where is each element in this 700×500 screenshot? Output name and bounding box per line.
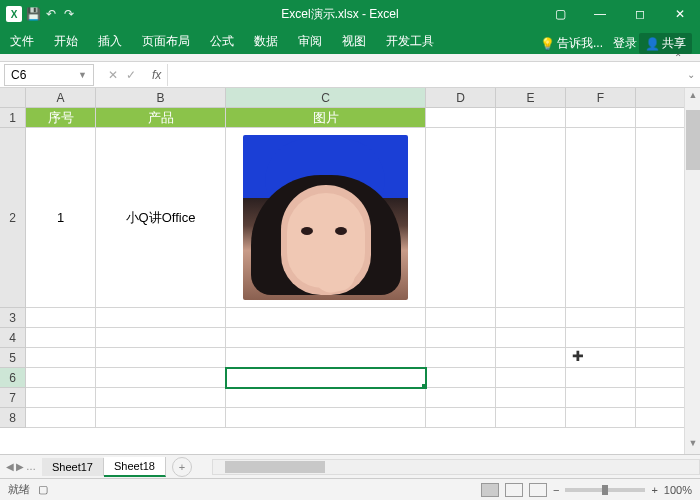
- scroll-down-icon[interactable]: ▼: [686, 438, 700, 452]
- zoom-level[interactable]: 100%: [664, 484, 692, 496]
- tab-review[interactable]: 审阅: [288, 29, 332, 54]
- cell-e1[interactable]: [496, 108, 566, 128]
- view-normal-icon[interactable]: [481, 483, 499, 497]
- ribbon-options-icon[interactable]: ▢: [540, 0, 580, 28]
- col-header-a[interactable]: A: [26, 88, 96, 108]
- sheet-tab-active[interactable]: Sheet18: [104, 457, 166, 477]
- formula-input[interactable]: [167, 64, 682, 86]
- row-header-6[interactable]: 6: [0, 368, 26, 388]
- scroll-up-icon[interactable]: ▲: [686, 90, 700, 104]
- undo-icon[interactable]: ↶: [44, 7, 58, 21]
- cell-b6[interactable]: [96, 368, 226, 388]
- cell-c6[interactable]: [226, 368, 426, 388]
- cell-g1[interactable]: [636, 108, 684, 128]
- macro-record-icon[interactable]: ▢: [38, 483, 48, 496]
- redo-icon[interactable]: ↷: [62, 7, 76, 21]
- cell-b1[interactable]: 产品: [96, 108, 226, 128]
- cell-f6[interactable]: [566, 368, 636, 388]
- vscroll-thumb[interactable]: [686, 110, 700, 170]
- cancel-formula-icon[interactable]: ✕: [108, 68, 118, 82]
- cell-d7[interactable]: [426, 388, 496, 408]
- cell-e4[interactable]: [496, 328, 566, 348]
- cell-d4[interactable]: [426, 328, 496, 348]
- tab-insert[interactable]: 插入: [88, 29, 132, 54]
- cell-c3[interactable]: [226, 308, 426, 328]
- cell-b2[interactable]: 小Q讲Office: [96, 128, 226, 308]
- row-header-8[interactable]: 8: [0, 408, 26, 428]
- col-header-b[interactable]: B: [96, 88, 226, 108]
- select-all-corner[interactable]: [0, 88, 26, 108]
- cell-a1[interactable]: 序号: [26, 108, 96, 128]
- cell-g2[interactable]: [636, 128, 684, 308]
- fx-icon[interactable]: fx: [146, 68, 167, 82]
- expand-formula-bar-icon[interactable]: ⌄: [682, 69, 700, 80]
- zoom-out-button[interactable]: −: [553, 484, 559, 496]
- cell-a2[interactable]: 1: [26, 128, 96, 308]
- cell-c1[interactable]: 图片: [226, 108, 426, 128]
- cell-b8[interactable]: [96, 408, 226, 428]
- cell-d1[interactable]: [426, 108, 496, 128]
- tab-formulas[interactable]: 公式: [200, 29, 244, 54]
- row-header-5[interactable]: 5: [0, 348, 26, 368]
- cell-d5[interactable]: [426, 348, 496, 368]
- name-box[interactable]: C6 ▼: [4, 64, 94, 86]
- row-header-1[interactable]: 1: [0, 108, 26, 128]
- tab-data[interactable]: 数据: [244, 29, 288, 54]
- cell-b3[interactable]: [96, 308, 226, 328]
- cell-a3[interactable]: [26, 308, 96, 328]
- row-header-2[interactable]: 2: [0, 128, 26, 308]
- vertical-scrollbar[interactable]: ▲ ▼: [684, 88, 700, 454]
- tab-file[interactable]: 文件: [0, 29, 44, 54]
- row-header-7[interactable]: 7: [0, 388, 26, 408]
- cell-d3[interactable]: [426, 308, 496, 328]
- cell-g7[interactable]: [636, 388, 684, 408]
- cell-b7[interactable]: [96, 388, 226, 408]
- enter-formula-icon[interactable]: ✓: [126, 68, 136, 82]
- cell-b5[interactable]: [96, 348, 226, 368]
- cell-e2[interactable]: [496, 128, 566, 308]
- sheet-nav-more-icon[interactable]: …: [26, 461, 36, 472]
- close-button[interactable]: ✕: [660, 0, 700, 28]
- cell-a5[interactable]: [26, 348, 96, 368]
- cell-e5[interactable]: [496, 348, 566, 368]
- cell-g5[interactable]: [636, 348, 684, 368]
- cell-f4[interactable]: [566, 328, 636, 348]
- cell-d2[interactable]: [426, 128, 496, 308]
- save-icon[interactable]: 💾: [26, 7, 40, 21]
- cell-f8[interactable]: [566, 408, 636, 428]
- sheet-nav-next-icon[interactable]: ▶: [16, 461, 24, 472]
- col-header-f[interactable]: F: [566, 88, 636, 108]
- share-button[interactable]: 👤 共享: [639, 33, 692, 54]
- col-header-e[interactable]: E: [496, 88, 566, 108]
- expand-ribbon-icon[interactable]: ⌃: [674, 52, 682, 63]
- cell-g4[interactable]: [636, 328, 684, 348]
- tab-home[interactable]: 开始: [44, 29, 88, 54]
- cell-c5[interactable]: [226, 348, 426, 368]
- cell-e7[interactable]: [496, 388, 566, 408]
- cell-e3[interactable]: [496, 308, 566, 328]
- hscroll-thumb[interactable]: [225, 461, 325, 473]
- maximize-button[interactable]: ◻: [620, 0, 660, 28]
- row-header-3[interactable]: 3: [0, 308, 26, 328]
- row-header-4[interactable]: 4: [0, 328, 26, 348]
- cell-a4[interactable]: [26, 328, 96, 348]
- col-header-c[interactable]: C: [226, 88, 426, 108]
- view-page-break-icon[interactable]: [529, 483, 547, 497]
- cell-f1[interactable]: [566, 108, 636, 128]
- cell-a7[interactable]: [26, 388, 96, 408]
- cell-a6[interactable]: [26, 368, 96, 388]
- cell-e8[interactable]: [496, 408, 566, 428]
- view-page-layout-icon[interactable]: [505, 483, 523, 497]
- cell-e6[interactable]: [496, 368, 566, 388]
- name-box-dropdown-icon[interactable]: ▼: [78, 70, 87, 80]
- cell-f2[interactable]: [566, 128, 636, 308]
- tell-me-label[interactable]: 告诉我...: [557, 35, 603, 52]
- sheet-nav-prev-icon[interactable]: ◀: [6, 461, 14, 472]
- cell-d8[interactable]: [426, 408, 496, 428]
- col-header-g[interactable]: [636, 88, 684, 108]
- cell-c2[interactable]: [226, 128, 426, 308]
- login-link[interactable]: 登录: [613, 35, 637, 52]
- cell-f7[interactable]: [566, 388, 636, 408]
- cell-g3[interactable]: [636, 308, 684, 328]
- cell-c8[interactable]: [226, 408, 426, 428]
